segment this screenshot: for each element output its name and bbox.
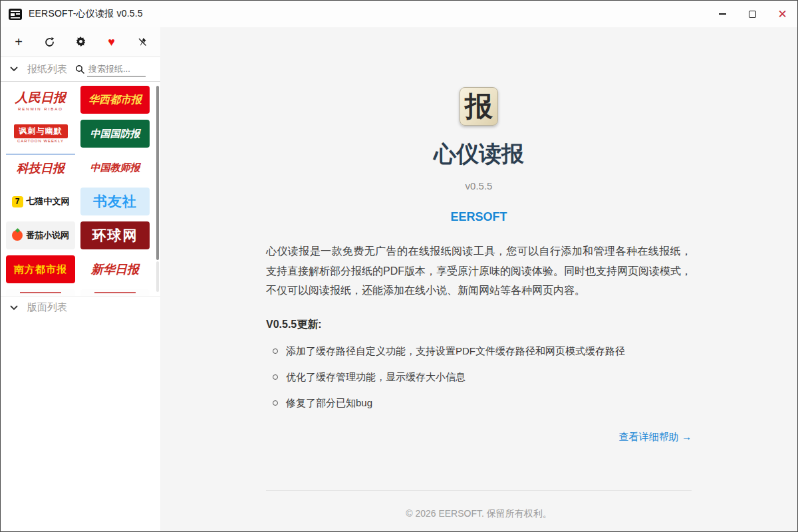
newspaper-keji-ribao[interactable]: 科技日报 xyxy=(6,154,75,182)
newspaper-nanfang-dushibao[interactable]: 南方都市报 xyxy=(6,255,75,283)
newspaper-section-header: 报纸列表 xyxy=(1,57,160,82)
maximize-icon xyxy=(749,11,756,18)
update-item: 添加了缓存路径自定义功能，支持设置PDF文件缓存路径和网页模式缓存路径 xyxy=(266,345,692,358)
app-newspaper-icon xyxy=(9,9,22,20)
newspaper-guofangbao[interactable]: 中国国防报 xyxy=(80,120,150,148)
minimize-icon xyxy=(719,13,726,15)
app-window: EERSOFT-心仪读报 v0.5.5 ✕ + xyxy=(0,0,798,532)
newspaper-shuyoushe[interactable]: 书友社 xyxy=(80,188,150,215)
newspaper-fengci-yu-youmo[interactable]: 讽刺与幽默 CARTOON WEEKLY xyxy=(6,120,75,148)
app-body: + ♥ xyxy=(1,27,797,531)
sidebar-empty-area xyxy=(1,319,160,531)
updates-heading: V0.5.5更新: xyxy=(266,318,692,332)
newspaper-logo-list[interactable]: 人民日报 RENMIN RIBAO 华西都市报 讽刺与幽默 CARTOON WE… xyxy=(1,82,160,296)
heart-icon: ♥ xyxy=(108,36,115,48)
chevron-down-icon[interactable] xyxy=(10,305,18,311)
qimao-cat-icon: 7 xyxy=(12,196,23,207)
newspaper-partial-right[interactable] xyxy=(80,289,150,296)
main-area: 报 心仪读报 v0.5.5 EERSOFT 心仪读报是一款免费无广告的在线报纸阅… xyxy=(160,27,797,531)
layout-list-label: 版面列表 xyxy=(27,301,67,314)
app-version: v0.5.5 xyxy=(266,180,692,192)
app-title: 心仪读报 xyxy=(266,139,692,170)
refresh-button[interactable] xyxy=(41,33,59,51)
title-bar: EERSOFT-心仪读报 v0.5.5 ✕ xyxy=(1,1,797,27)
newspaper-grid: 人民日报 RENMIN RIBAO 华西都市报 讽刺与幽默 CARTOON WE… xyxy=(1,82,160,296)
newspaper-list-label: 报纸列表 xyxy=(27,63,67,76)
add-button[interactable]: + xyxy=(10,33,27,51)
window-controls: ✕ xyxy=(708,1,797,27)
favorites-button[interactable]: ♥ xyxy=(103,33,120,51)
minimize-button[interactable] xyxy=(708,1,737,27)
window-title: EERSOFT-心仪读报 v0.5.5 xyxy=(29,8,143,20)
toolbar: + ♥ xyxy=(1,27,160,57)
newspaper-partial-left[interactable] xyxy=(6,289,75,296)
sidebar-scrollbar-track[interactable] xyxy=(156,261,159,292)
settings-button[interactable] xyxy=(72,33,89,51)
copyright-text: © 2026 EERSOFT. 保留所有权利。 xyxy=(266,508,692,520)
newspaper-qimao[interactable]: 7 七猫中文网 xyxy=(6,188,75,215)
layout-section-header: 版面列表 xyxy=(1,296,160,319)
detailed-help-link[interactable]: 查看详细帮助 → xyxy=(619,431,692,442)
chevron-down-icon[interactable] xyxy=(10,66,18,72)
update-item: 优化了缓存管理功能，显示缓存大小信息 xyxy=(266,371,692,384)
newspaper-huanqiu[interactable]: 环球网 xyxy=(80,221,150,249)
newspaper-renmin-ribao[interactable]: 人民日报 RENMIN RIBAO xyxy=(6,86,75,114)
app-logo-char: 报 xyxy=(465,92,493,120)
newspaper-huaxi-dushibao[interactable]: 华西都市报 xyxy=(80,86,150,114)
gear-icon xyxy=(75,37,86,48)
about-content: 报 心仪读报 v0.5.5 EERSOFT 心仪读报是一款免费无广告的在线报纸阅… xyxy=(266,27,692,520)
close-button[interactable]: ✕ xyxy=(767,1,797,27)
vendor-link[interactable]: EERSOFT xyxy=(450,210,507,224)
sidebar: + ♥ xyxy=(1,27,160,531)
maximize-button[interactable] xyxy=(737,1,767,27)
plus-icon: + xyxy=(15,35,23,49)
refresh-icon xyxy=(44,37,55,48)
pin-toggle-button[interactable] xyxy=(134,33,151,51)
footer-divider xyxy=(266,490,692,491)
search-icon xyxy=(75,65,84,74)
newspaper-jiaoshibao[interactable]: 中国教师报 xyxy=(80,154,150,182)
updates-list: 添加了缓存路径自定义功能，支持设置PDF文件缓存路径和网页模式缓存路径 优化了缓… xyxy=(266,345,692,410)
sidebar-scrollbar-thumb[interactable] xyxy=(156,86,159,260)
search-input[interactable] xyxy=(87,63,146,76)
tomato-icon xyxy=(12,230,23,241)
search-area xyxy=(75,63,146,76)
app-description: 心仪读报是一款免费无广告的在线报纸阅读工具，您可以自行添加和管理各种在线报纸， … xyxy=(266,241,692,301)
newspaper-fanqie[interactable]: 番茄小说网 xyxy=(6,221,75,249)
newspaper-xinhua-ribao[interactable]: 新华日报 xyxy=(80,255,150,283)
app-logo: 报 xyxy=(460,87,498,126)
pin-off-icon xyxy=(137,37,148,48)
close-icon: ✕ xyxy=(777,9,787,20)
update-item: 修复了部分已知bug xyxy=(266,397,692,410)
help-link-row: 查看详细帮助 → xyxy=(266,431,692,444)
